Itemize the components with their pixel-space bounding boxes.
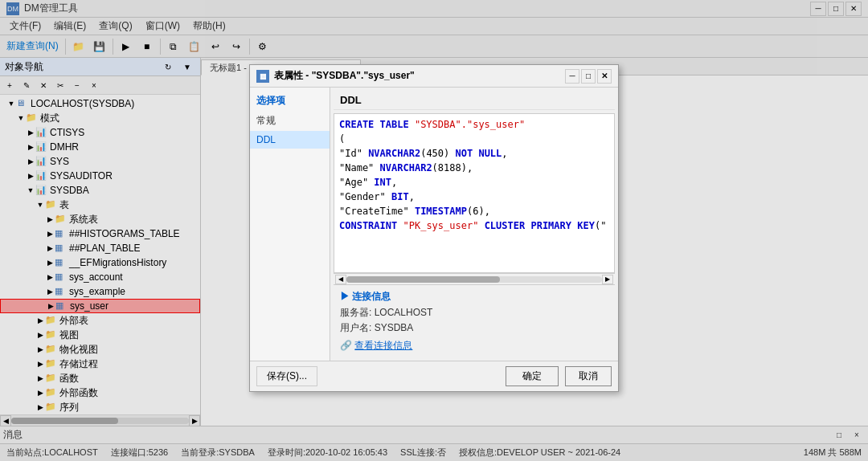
- scroll-left-btn[interactable]: ◀: [335, 275, 346, 284]
- cancel-button[interactable]: 取消: [565, 366, 612, 386]
- modal-icon: ▦: [256, 70, 269, 83]
- modal-sidebar: 选择项 常规 DDL: [250, 88, 330, 361]
- modal-minimize[interactable]: ─: [565, 69, 579, 84]
- modal-content-header: DDL: [334, 91, 615, 110]
- modal-title: 表属性 - "SYSDBA"."sys_user": [274, 69, 563, 83]
- modal-content: DDL CREATE TABLE "SYSDBA"."sys_user" ( "…: [330, 88, 618, 361]
- modal-scrollbar-x[interactable]: ◀ ▶: [334, 273, 615, 284]
- modal-close[interactable]: ✕: [597, 69, 612, 84]
- scroll-track[interactable]: [346, 276, 602, 283]
- modal-body: 选择项 常规 DDL DDL CREATE TABLE "SYSDBA"."sy…: [250, 88, 618, 361]
- connection-info: ▶ 连接信息 服务器: LOCALHOST 用户名: SYSDBA: [340, 290, 608, 336]
- connection-server: 服务器: LOCALHOST: [340, 305, 608, 320]
- modal-nav-ddl[interactable]: DDL: [250, 131, 330, 149]
- modal-dialog: ▦ 表属性 - "SYSDBA"."sys_user" ─ □ ✕ 选择项 常规…: [249, 64, 619, 392]
- confirm-button[interactable]: 确定: [506, 366, 559, 386]
- connection-user: 用户名: SYSDBA: [340, 320, 608, 336]
- modal-nav-select[interactable]: 选择项: [250, 91, 330, 111]
- modal-footer: 保存(S)... 确定 取消: [250, 361, 618, 391]
- ddl-area[interactable]: CREATE TABLE "SYSDBA"."sys_user" ( "Id" …: [334, 113, 615, 273]
- view-connection-link[interactable]: 🔗 查看连接信息: [340, 339, 608, 353]
- scroll-thumb: [346, 276, 500, 283]
- modal-nav-general[interactable]: 常规: [250, 111, 330, 131]
- connection-title[interactable]: ▶ 连接信息: [340, 290, 608, 304]
- scroll-right-btn[interactable]: ▶: [602, 275, 613, 284]
- modal-connection-section: ▶ 连接信息 服务器: LOCALHOST 用户名: SYSDBA 🔗 查看连接…: [334, 284, 615, 357]
- modal-overlay: ▦ 表属性 - "SYSDBA"."sys_user" ─ □ ✕ 选择项 常规…: [0, 0, 868, 461]
- modal-title-bar: ▦ 表属性 - "SYSDBA"."sys_user" ─ □ ✕: [250, 65, 618, 88]
- modal-maximize[interactable]: □: [581, 69, 596, 84]
- save-button[interactable]: 保存(S)...: [256, 366, 317, 386]
